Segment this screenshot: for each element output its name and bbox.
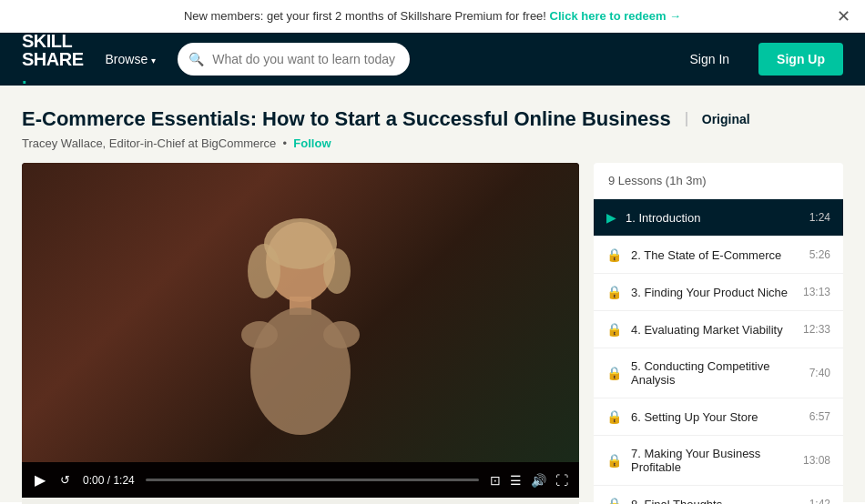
lesson-item[interactable]: 🔒8. Final Thoughts1:42 [594,486,843,504]
promo-banner: New members: get your first 2 months of … [0,0,865,33]
volume-icon[interactable]: 🔊 [531,473,546,488]
lesson-item[interactable]: 🔒2. The State of E-Commerce5:26 [594,237,843,274]
course-body: ▶ ↺ 0:00 / 1:24 ⊡ ☰ 🔊 ⛶ 👁 [22,163,843,504]
lesson-name: 2. The State of E-Commerce [631,248,800,262]
course-author: Tracey Wallace, Editor-in-Chief at BigCo… [22,136,843,150]
play-button[interactable]: ▶ [33,469,47,490]
cc-icon[interactable]: ⊡ [490,473,501,488]
lesson-list-header: 9 Lessons (1h 3m) [594,163,843,199]
lesson-list: 9 Lessons (1h 3m) ▶1. Introduction1:24🔒2… [594,163,843,504]
progress-bar[interactable] [146,479,479,481]
lesson-item[interactable]: ▶1. Introduction1:24 [594,199,843,237]
video-area[interactable] [22,163,579,462]
control-right: ⊡ ☰ 🔊 ⛶ [490,473,568,488]
lesson-duration: 13:08 [803,454,830,467]
svg-point-6 [241,321,278,348]
replay-button[interactable]: ↺ [58,471,72,489]
lesson-duration: 1:42 [809,498,830,504]
lesson-duration: 7:40 [809,367,830,379]
lock-icon: 🔒 [606,453,622,468]
banner-close-button[interactable]: ✕ [837,6,850,26]
lesson-name: 1. Introduction [626,211,800,225]
original-badge: Original [686,112,750,126]
signup-button[interactable]: Sign Up [758,43,843,76]
browse-menu[interactable]: Browse [102,45,160,74]
svg-point-7 [323,321,360,348]
time-display: 0:00 / 1:24 [83,474,135,487]
play-circle-icon: ▶ [606,210,616,225]
search-icon: 🔍 [188,52,204,66]
banner-text: New members: get your first 2 months of … [184,9,546,23]
lesson-item[interactable]: 🔒6. Setting Up Your Store6:57 [594,398,843,436]
lesson-name: 3. Finding Your Product Niche [631,286,794,299]
lock-icon: 🔒 [606,409,622,424]
logo[interactable]: SKILL SHARE. [22,32,84,86]
course-title: E-Commerce Essentials: How to Start a Su… [22,107,671,131]
browse-chevron-icon [151,52,156,66]
video-footer: 👁 663 students are watching this class [22,498,579,504]
logo-line2: SHARE. [22,50,84,86]
video-player: ▶ ↺ 0:00 / 1:24 ⊡ ☰ 🔊 ⛶ 👁 [22,163,579,504]
signin-button[interactable]: Sign In [679,45,741,74]
main-content: E-Commerce Essentials: How to Start a Su… [0,86,865,502]
follow-button[interactable]: Follow [293,136,331,150]
video-controls: ▶ ↺ 0:00 / 1:24 ⊡ ☰ 🔊 ⛶ [22,462,579,498]
lesson-name: 6. Setting Up Your Store [631,410,800,424]
course-title-row: E-Commerce Essentials: How to Start a Su… [22,107,843,131]
search-input[interactable] [178,43,410,76]
lesson-duration: 6:57 [809,410,830,423]
lock-icon: 🔒 [606,247,622,262]
lesson-name: 8. Final Thoughts [631,498,800,505]
lesson-duration: 5:26 [809,248,830,261]
lesson-duration: 12:33 [803,323,830,336]
lock-icon: 🔒 [606,285,622,299]
lesson-item[interactable]: 🔒7. Making Your Business Profitable13:08 [594,436,843,486]
lesson-duration: 1:24 [809,211,830,224]
svg-point-3 [323,248,351,294]
lock-icon: 🔒 [606,322,622,337]
lesson-name: 4. Evaluating Market Viability [631,323,794,337]
lesson-name: 7. Making Your Business Profitable [631,447,794,474]
notes-icon[interactable]: ☰ [510,473,522,488]
fullscreen-icon[interactable]: ⛶ [555,473,568,488]
lesson-item[interactable]: 🔒3. Finding Your Product Niche13:13 [594,274,843,311]
video-thumbnail [209,207,392,462]
lesson-duration: 13:13 [803,286,830,298]
lesson-item[interactable]: 🔒4. Evaluating Market Viability12:33 [594,311,843,348]
lessons-scroll[interactable]: ▶1. Introduction1:24🔒2. The State of E-C… [594,199,843,504]
banner-cta[interactable]: Click here to redeem → [550,9,682,23]
lock-icon: 🔒 [606,497,622,504]
svg-point-2 [248,244,280,298]
search-container: 🔍 [178,43,410,76]
lock-icon: 🔒 [606,366,622,380]
main-nav: SKILL SHARE. Browse 🔍 Sign In Sign Up [0,33,865,86]
lesson-item[interactable]: 🔒5. Conducting Competitive Analysis7:40 [594,348,843,398]
logo-line1: SKILL [22,32,84,50]
lesson-name: 5. Conducting Competitive Analysis [631,359,800,387]
